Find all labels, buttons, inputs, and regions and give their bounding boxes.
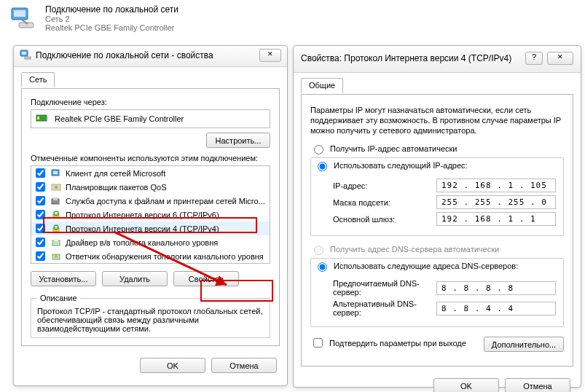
install-button[interactable]: Установить... [31, 271, 96, 286]
network-icon [20, 50, 31, 61]
client-icon [50, 168, 62, 179]
radio-manual-ip[interactable] [318, 162, 327, 171]
driver-icon [50, 238, 62, 248]
item-label: Клиент для сетей Microsoft [66, 169, 165, 178]
cancel-button[interactable]: Отмена [505, 378, 570, 392]
intro-text: Параметры IP могут назначаться автоматич… [310, 105, 564, 136]
svg-point-12 [55, 186, 58, 189]
components-label: Отмеченные компоненты используются этим … [31, 154, 270, 162]
confirm-on-exit-checkbox[interactable] [313, 338, 323, 348]
radio-auto-dns-label: Получить адрес DNS-сервера автоматически [330, 245, 499, 254]
qos-icon [50, 182, 62, 192]
dns2-input[interactable]: 8 . 8 . 4 . 4 [436, 302, 556, 315]
radio-manual-ip-label: Использовать следующий IP-адрес: [334, 161, 468, 170]
close-button[interactable]: ✕ [259, 49, 281, 62]
dns1-label: Предпочитаемый DNS-сервер: [333, 279, 436, 297]
gateway-input[interactable]: 192 . 168 . 1 . 1 [436, 212, 556, 226]
svg-rect-5 [25, 57, 31, 59]
radio-auto-dns [314, 246, 323, 255]
ok-button[interactable]: OK [140, 358, 205, 373]
dialog-title: Свойства: Протокол Интернета версии 4 (T… [301, 53, 519, 63]
radio-auto-ip[interactable] [314, 145, 323, 154]
svg-rect-14 [53, 197, 58, 200]
svg-rect-1 [14, 10, 25, 17]
dialog-title: Подключение по локальной сети - свойства [36, 50, 255, 60]
annotation-arrow [110, 230, 234, 296]
manual-dns-group: Использовать следующие адреса DNS-сервер… [310, 258, 564, 327]
dns2-label: Альтернативный DNS-сервер: [333, 299, 436, 317]
gateway-label: Основной шлюз: [333, 215, 395, 224]
radio-manual-dns-label: Использовать следующие адреса DNS-сервер… [334, 262, 518, 270]
item-checkbox[interactable] [36, 196, 45, 205]
responder-icon [50, 251, 62, 262]
svg-rect-10 [53, 171, 58, 174]
connection-header: Подключение по локальной сети Сеть 2 Rea… [0, 0, 585, 34]
advanced-button[interactable]: Дополнительно... [484, 337, 564, 352]
adapter-name: Realtek PCIe GBE Family Controller [55, 114, 184, 123]
close-button[interactable]: ✕ [547, 52, 573, 65]
header-device: Realtek PCIe GBE Family Controller [45, 23, 178, 32]
item-checkbox[interactable] [36, 182, 45, 192]
list-item: Служба доступа к файлам и принтерам сете… [31, 194, 270, 208]
svg-rect-20 [54, 239, 58, 241]
item-label: Планировщик пакетов QoS [66, 183, 167, 192]
manual-ip-group: Использовать следующий IP-адрес: IP-адре… [310, 157, 564, 236]
cancel-button[interactable]: Отмена [211, 358, 277, 373]
item-checkbox[interactable] [36, 168, 45, 178]
description-text: Протокол TCP/IP - стандартный протокол г… [37, 307, 264, 333]
ipv4-properties-dialog: Свойства: Протокол Интернета версии 4 (T… [293, 45, 581, 388]
svg-point-22 [55, 255, 58, 258]
svg-rect-7 [37, 117, 39, 119]
list-item: Клиент для сетей Microsoft [31, 166, 270, 180]
radio-auto-ip-label: Получить IP-адрес автоматически [330, 144, 457, 153]
configure-button[interactable]: Настроить... [206, 133, 270, 148]
tab-general[interactable]: Общие [301, 78, 343, 93]
list-item: Планировщик пакетов QoS [31, 180, 270, 194]
confirm-on-exit-label: Подтвердить параметры при выходе [329, 339, 466, 348]
connect-using-label: Подключение через: [31, 98, 270, 106]
item-label: Служба доступа к файлам и принтерам сете… [66, 197, 265, 205]
nic-icon [36, 113, 49, 125]
svg-rect-19 [52, 240, 60, 246]
ok-button[interactable]: OK [433, 378, 499, 392]
item-checkbox[interactable] [36, 251, 45, 261]
radio-manual-dns[interactable] [318, 262, 327, 272]
adapter-field: Realtek PCIe GBE Family Controller [31, 109, 270, 128]
ip-input[interactable]: 192 . 168 . 1 . 105 [436, 179, 556, 192]
mask-input[interactable]: 255 . 255 . 255 . 0 [436, 195, 556, 209]
properties-dialog: Подключение по локальной сети - свойства… [13, 45, 288, 386]
ethernet-icon [9, 7, 38, 30]
item-checkbox[interactable] [36, 238, 45, 247]
description-legend: Описание [37, 294, 80, 302]
header-title: Подключение по локальной сети [45, 4, 178, 15]
dns1-input[interactable]: 8 . 8 . 8 . 8 [436, 281, 556, 295]
svg-rect-4 [22, 52, 26, 55]
svg-rect-8 [47, 117, 48, 119]
share-icon [50, 196, 62, 206]
tab-network[interactable]: Сеть [21, 72, 55, 87]
ip-label: IP-адрес: [333, 181, 367, 190]
help-button[interactable]: ? [525, 52, 543, 65]
header-subtitle: Сеть 2 [45, 15, 178, 23]
mask-label: Маска подсети: [333, 198, 390, 207]
